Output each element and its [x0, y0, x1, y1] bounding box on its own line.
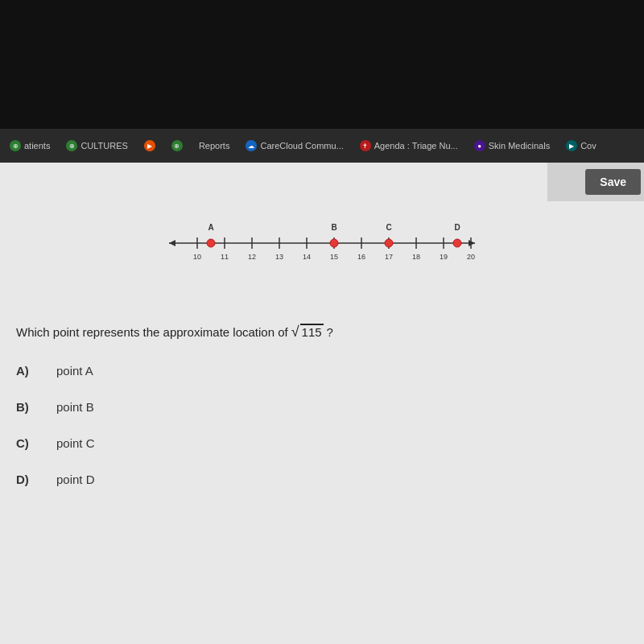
option-c[interactable]: C) point C: [16, 436, 628, 450]
svg-text:19: 19: [440, 253, 448, 261]
svg-point-25: [207, 239, 215, 247]
tab-skin[interactable]: ● Skin Medicinals: [468, 137, 556, 155]
option-d-letter: D): [16, 473, 32, 486]
option-a[interactable]: A) point A: [16, 364, 628, 378]
option-b[interactable]: B) point B: [16, 400, 628, 414]
tab-reports-label: Reports: [199, 141, 230, 151]
sqrt-expression: √ 115: [291, 324, 324, 340]
svg-text:17: 17: [385, 253, 393, 261]
tab4-icon: ⊕: [171, 140, 183, 151]
svg-point-29: [385, 239, 393, 247]
tab-agenda-label: Agenda : Triage Nu...: [374, 141, 458, 151]
svg-text:18: 18: [412, 253, 420, 261]
svg-text:14: 14: [303, 253, 311, 261]
svg-text:11: 11: [221, 253, 229, 261]
carecloud-icon: ☁: [246, 140, 257, 151]
sqrt-symbol: √: [291, 324, 299, 339]
tab-carecloud-label: CareCloud Commu...: [260, 141, 343, 151]
option-b-letter: B): [16, 400, 32, 414]
svg-text:16: 16: [357, 253, 365, 261]
top-black-area: [0, 0, 644, 129]
svg-text:12: 12: [248, 253, 256, 261]
svg-text:B: B: [331, 223, 336, 232]
option-d-text: point D: [56, 473, 95, 486]
number-line-container: 10 11 12 13 14 15 16 17 18 19 20 A B C D: [153, 211, 491, 279]
agenda-icon: ✝: [360, 140, 371, 151]
option-d[interactable]: D) point D: [16, 473, 628, 486]
option-c-text: point C: [56, 436, 95, 450]
svg-text:15: 15: [330, 253, 338, 261]
question-mark: ?: [327, 325, 333, 339]
svg-marker-2: [469, 240, 475, 246]
tab-patients[interactable]: ⊕ atients: [3, 137, 56, 155]
tab-skin-label: Skin Medicinals: [489, 141, 550, 151]
svg-text:A: A: [208, 223, 213, 232]
skin-icon: ●: [474, 140, 485, 151]
svg-text:10: 10: [193, 253, 201, 261]
patients-icon: ⊕: [10, 140, 21, 151]
svg-text:20: 20: [467, 253, 475, 261]
sqrt-radicand: 115: [300, 324, 324, 340]
option-a-letter: A): [16, 364, 32, 378]
svg-point-27: [330, 239, 338, 247]
tab-cultures[interactable]: ⊕ CULTURES: [60, 137, 134, 155]
svg-marker-1: [169, 240, 175, 246]
option-b-text: point B: [56, 400, 94, 414]
cov-icon: ▶: [566, 140, 577, 151]
tab-agenda[interactable]: ✝ Agenda : Triage Nu...: [353, 137, 464, 155]
tab-reports[interactable]: Reports: [192, 138, 237, 154]
option-a-text: point A: [56, 364, 93, 378]
number-line-svg: 10 11 12 13 14 15 16 17 18 19 20 A B C D: [153, 211, 491, 275]
question-area: Which point represents the approximate l…: [0, 324, 644, 509]
cultures-icon: ⊕: [66, 140, 77, 151]
tab-patients-label: atients: [24, 141, 50, 151]
tab-carecloud[interactable]: ☁ CareCloud Commu...: [239, 137, 349, 155]
tab-3[interactable]: ▶: [138, 137, 162, 155]
save-bar: Save: [547, 163, 644, 201]
question-text: Which point represents the approximate l…: [16, 324, 628, 340]
save-button[interactable]: Save: [585, 169, 641, 195]
tab-cov[interactable]: ▶ Cov: [559, 137, 603, 155]
tab-cultures-label: CULTURES: [80, 141, 127, 151]
main-content: Save 10 11 12: [0, 163, 644, 644]
svg-text:13: 13: [275, 253, 283, 261]
question-prefix: Which point represents the approximate l…: [16, 325, 288, 339]
option-c-letter: C): [16, 436, 32, 450]
svg-point-31: [453, 239, 461, 247]
browser-tab-bar: ⊕ atients ⊕ CULTURES ▶ ⊕ Reports ☁ CareC…: [0, 129, 644, 163]
svg-text:D: D: [454, 223, 460, 232]
svg-text:C: C: [386, 223, 391, 232]
tab3-icon: ▶: [144, 140, 155, 151]
tab-4[interactable]: ⊕: [165, 137, 189, 155]
tab-cov-label: Cov: [580, 141, 597, 151]
